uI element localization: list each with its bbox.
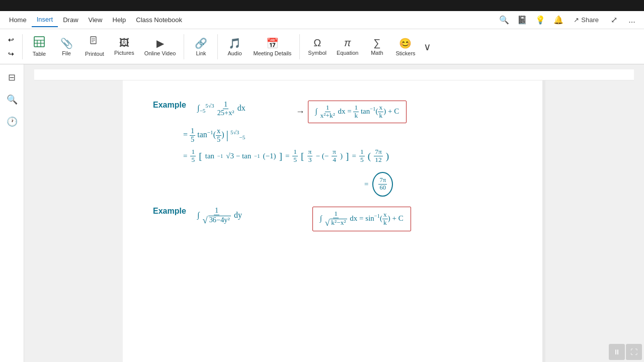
ribbon-pictures-label: Pictures <box>114 50 134 56</box>
stickers-icon: 😊 <box>399 37 412 49</box>
sidebar-panels-icon[interactable]: ⊟ <box>3 68 21 86</box>
ribbon-sep-3 <box>217 34 218 59</box>
ribbon-audio[interactable]: 🎵 Audio <box>222 32 247 62</box>
bell-button[interactable]: 🔔 <box>550 12 567 28</box>
example1-step2: = 15 [ tan−1√3 − tan−1(−1) ] = 15 [ π3 −… <box>183 148 515 164</box>
ribbon-math[interactable]: ∑ Math <box>364 32 389 62</box>
ribbon-printout[interactable]: Printout <box>81 32 108 62</box>
example1-integral: ∫−55√3 125+x² dx <box>197 101 246 117</box>
share-button[interactable]: ↗ Share <box>569 14 604 26</box>
example1-formula-box: ∫ 1x²+k² dx = 1k tan−1(xk) + C <box>308 101 407 123</box>
ribbon-symbol[interactable]: Ω Symbol <box>304 32 331 62</box>
symbol-icon: Ω <box>313 37 321 49</box>
share-label: Share <box>581 16 599 24</box>
link-icon: 🔗 <box>195 37 207 49</box>
ribbon-online-video[interactable]: ▶ Online Video <box>140 32 180 62</box>
menu-draw[interactable]: Draw <box>58 13 83 27</box>
ribbon-online-video-label: Online Video <box>144 50 176 56</box>
sidebar-recent-icon[interactable]: 🕐 <box>3 113 21 131</box>
pictures-icon: 🖼 <box>119 37 129 49</box>
menu-bar: Home Insert Draw View Help Class Noteboo… <box>0 11 644 29</box>
example1-answer-circled: 7π60 <box>372 172 393 197</box>
ribbon-sep-4 <box>299 34 300 59</box>
content-area[interactable]: Example ∫−55√3 125+x² dx → ∫ 1x²+k² dx =… <box>24 64 644 362</box>
online-video-icon: ▶ <box>156 37 164 49</box>
example2-formula-box: ∫ 1√k²−x² dx = sin−1(xk) + C <box>312 207 411 231</box>
expand-button[interactable]: ⤢ <box>606 12 622 28</box>
ribbon-equation-label: Equation <box>337 50 358 56</box>
math-icon: ∑ <box>373 37 380 49</box>
ribbon-equation[interactable]: π Equation <box>333 32 362 62</box>
ribbon-meeting-details[interactable]: 📅 Meeting Details <box>249 32 295 62</box>
search-button[interactable]: 🔍 <box>496 12 512 28</box>
bottom-right-controls: ⏸ ⛶ <box>607 342 644 362</box>
meeting-details-icon: 📅 <box>266 37 279 49</box>
file-icon: 📎 <box>60 37 73 49</box>
undo-button[interactable]: ↩ <box>4 33 18 46</box>
app-body: ⊟ 🔍 🕐 Example ∫−55√3 125+x² dx → ∫ 1x²+k… <box>0 64 644 362</box>
undo-redo-group: ↩ ↪ <box>4 33 18 60</box>
menu-home[interactable]: Home <box>4 13 32 27</box>
equation-icon: π <box>344 37 351 49</box>
ribbon: ↩ ↪ Table 📎 File Printout 🖼 Pictures ▶ O… <box>0 29 644 64</box>
redo-button[interactable]: ↪ <box>4 47 18 60</box>
example1-label: Example <box>153 101 193 110</box>
printout-icon <box>89 36 100 50</box>
right-resize-handle[interactable] <box>542 80 545 362</box>
ribbon-file[interactable]: 📎 File <box>54 32 79 62</box>
ribbon-pictures[interactable]: 🖼 Pictures <box>110 32 138 62</box>
ribbon-meeting-details-label: Meeting Details <box>253 50 291 56</box>
ribbon-sep-2 <box>184 34 184 59</box>
example2-integral: ∫ 1√36−4y² dy <box>197 207 242 225</box>
ribbon-stickers[interactable]: 😊 Stickers <box>391 32 419 62</box>
lightbulb-button[interactable]: 💡 <box>532 12 548 28</box>
ribbon-symbol-label: Symbol <box>308 50 327 56</box>
menu-insert[interactable]: Insert <box>32 13 58 27</box>
example1-step3: = 7π60 <box>364 172 515 197</box>
arrow-right-icon: → <box>296 107 305 117</box>
more-button[interactable]: ... <box>624 12 640 28</box>
share-icon: ↗ <box>574 16 579 24</box>
menu-help[interactable]: Help <box>108 13 131 27</box>
audio-icon: 🎵 <box>228 37 241 49</box>
notebook-page[interactable]: Example ∫−55√3 125+x² dx → ∫ 1x²+k² dx =… <box>123 80 545 362</box>
example2-formula-area: ∫ 1√k²−x² dx = sin−1(xk) + C <box>312 207 411 231</box>
sidebar-search-icon[interactable]: 🔍 <box>3 90 21 109</box>
ribbon-math-label: Math <box>371 50 383 56</box>
ribbon-audio-label: Audio <box>227 50 242 56</box>
screen-button[interactable]: ⛶ <box>626 344 642 360</box>
ribbon-link[interactable]: 🔗 Link <box>188 32 213 62</box>
menu-right-actions: 🔍 📓 💡 🔔 ↗ Share ⤢ ... <box>496 12 640 28</box>
page-top-bar <box>34 69 634 80</box>
ribbon-stickers-label: Stickers <box>395 50 415 56</box>
example1-formula-area: → ∫ 1x²+k² dx = 1k tan−1(xk) + C <box>296 101 407 123</box>
ribbon-table[interactable]: Table <box>27 32 52 62</box>
example1-step1: = 15 tan−1(x5) | 5√3−5 <box>183 127 515 144</box>
example1-row: Example ∫−55√3 125+x² dx → ∫ 1x²+k² dx =… <box>153 101 515 123</box>
table-icon <box>34 36 45 50</box>
ribbon-file-label: File <box>62 50 71 56</box>
ribbon-printout-label: Printout <box>85 51 104 57</box>
ribbon-link-label: Link <box>196 50 206 56</box>
left-sidebar: ⊟ 🔍 🕐 <box>0 64 24 362</box>
svg-rect-0 <box>34 37 44 47</box>
ribbon-table-label: Table <box>33 51 46 57</box>
ribbon-sep-1 <box>22 34 23 59</box>
example2-row: Example ∫ 1√36−4y² dy ∫ 1√k²−x² dx = sin… <box>153 207 515 231</box>
example2-label: Example <box>153 207 193 216</box>
title-bar <box>0 0 644 11</box>
chevron-down-icon: ∨ <box>424 41 431 53</box>
menu-class-notebook[interactable]: Class Notebook <box>131 13 187 27</box>
pause-button[interactable]: ⏸ <box>609 344 625 360</box>
notebook-button[interactable]: 📓 <box>514 12 530 28</box>
ribbon-more[interactable]: ∨ <box>422 32 433 62</box>
menu-view[interactable]: View <box>84 13 108 27</box>
